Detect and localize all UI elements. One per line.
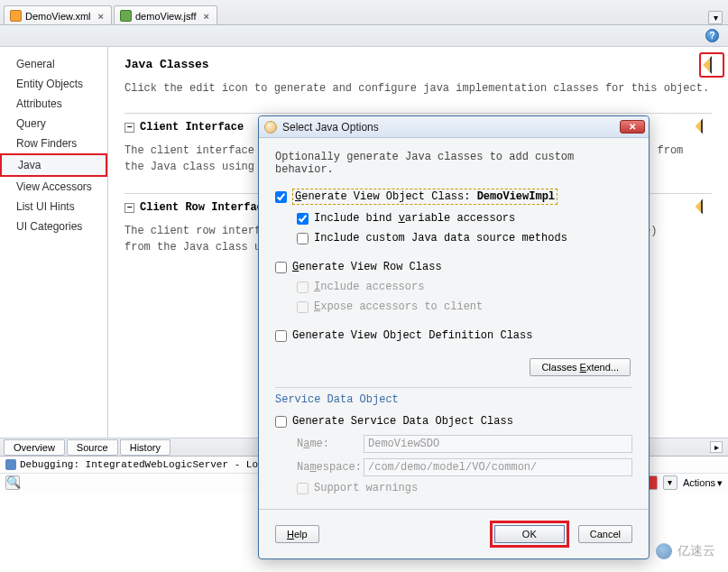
page-title: Java Classes: [124, 58, 712, 71]
sidebar-item-view-accessors[interactable]: View Accessors: [0, 177, 107, 197]
expose-accessors-row: Expose accessors to client: [275, 300, 632, 313]
generate-sdo-label: Generate Service Data Object Class: [292, 415, 513, 428]
generate-sdo-row: Generate Service Data Object Class: [275, 415, 632, 428]
sdo-name-label: Name:: [297, 438, 355, 450]
close-icon[interactable]: ×: [203, 11, 208, 22]
collapse-toggle[interactable]: −: [124, 203, 134, 213]
pencil-icon: [696, 199, 711, 215]
sidebar: General Entity Objects Attributes Query …: [0, 47, 108, 438]
generate-view-row-label: Generate View Row Class: [292, 261, 442, 273]
pencil-icon: [703, 56, 721, 74]
ok-button[interactable]: OK: [494, 525, 565, 543]
dialog-close-button[interactable]: ✕: [620, 120, 645, 134]
classes-extend-button[interactable]: Classes Extend...: [530, 358, 631, 376]
scroll-right-button[interactable]: ▸: [710, 441, 723, 453]
edit-java-classes-button[interactable]: [699, 52, 724, 78]
dialog-intro: Optionally generate Java classes to add …: [275, 151, 632, 176]
dropdown-icon[interactable]: ▾: [663, 475, 677, 490]
include-accessors-row: Include accessors: [275, 281, 632, 293]
sdo-name-row: Name:: [275, 435, 632, 453]
sidebar-item-general[interactable]: General: [0, 54, 107, 74]
page-description: Click the edit icon to generate and conf…: [124, 82, 712, 95]
generate-view-row-checkbox[interactable]: [275, 262, 287, 273]
watermark-icon: [656, 543, 672, 559]
dialog-buttons: Help OK Cancel: [259, 509, 649, 558]
help-button[interactable]: Help: [275, 525, 319, 543]
support-warnings-label: Support warnings: [314, 482, 418, 494]
generate-sdo-checkbox[interactable]: [275, 416, 287, 428]
sidebar-item-query[interactable]: Query: [0, 114, 107, 134]
tab-source[interactable]: Source: [67, 439, 118, 456]
help-icon[interactable]: ?: [705, 29, 719, 42]
collapse-toggle[interactable]: −: [124, 123, 134, 133]
pencil-icon: [696, 119, 711, 134]
generate-definition-checkbox[interactable]: [275, 330, 287, 342]
java-icon: [264, 121, 277, 134]
sidebar-item-java[interactable]: Java: [0, 153, 107, 177]
sdo-namespace-input: [364, 458, 632, 476]
support-warnings-checkbox: [297, 483, 309, 494]
include-bind-label: Include bind variable accessors: [314, 212, 515, 225]
actions-menu[interactable]: Actions▾: [683, 477, 723, 489]
edit-client-row-interface-button[interactable]: [694, 198, 712, 216]
tab-overflow-dropdown[interactable]: ▾: [708, 11, 723, 24]
xml-file-icon: [10, 10, 22, 22]
sidebar-item-attributes[interactable]: Attributes: [0, 94, 107, 114]
edit-client-interface-button[interactable]: [694, 117, 712, 135]
generate-definition-row: Generate View Object Definition Class: [275, 329, 632, 342]
debug-icon: [5, 459, 16, 470]
tab-label: DemoView.xml: [25, 11, 91, 22]
include-accessors-label: Include accessors: [314, 281, 424, 293]
cancel-button[interactable]: Cancel: [578, 525, 632, 543]
sidebar-item-entity-objects[interactable]: Entity Objects: [0, 74, 107, 94]
generate-view-object-checkbox[interactable]: [275, 191, 287, 203]
sdo-namespace-row: Namespace:: [275, 458, 632, 476]
select-java-options-dialog: Select Java Options ✕ Optionally generat…: [258, 115, 650, 559]
generate-view-object-row: Generate View Object Class: DemoViewImpl: [275, 189, 632, 205]
tab-demoview-jsff[interactable]: demoView.jsff ×: [114, 5, 217, 24]
expose-accessors-checkbox: [297, 301, 309, 313]
include-custom-row: Include custom Java data source methods: [275, 232, 632, 244]
section-title: Client Row Interface: [140, 201, 270, 214]
sdo-section-header: Service Data Object: [275, 387, 632, 406]
include-bind-checkbox[interactable]: [297, 213, 309, 225]
find-icon[interactable]: 🔍: [5, 475, 20, 490]
close-icon[interactable]: ×: [98, 11, 104, 22]
jsf-file-icon: [120, 10, 132, 22]
include-custom-checkbox[interactable]: [297, 233, 309, 244]
dialog-content: Optionally generate Java classes to add …: [259, 138, 649, 509]
tab-label: demoView.jsff: [135, 11, 196, 22]
tab-history[interactable]: History: [120, 439, 170, 456]
tab-overview[interactable]: Overview: [4, 439, 65, 456]
log-title: Debugging: IntegratedWebLogicServer - Lo…: [20, 459, 264, 470]
generate-view-row-row: Generate View Row Class: [275, 261, 632, 273]
support-warnings-row: Support warnings: [275, 482, 632, 494]
include-custom-label: Include custom Java data source methods: [314, 232, 567, 244]
include-accessors-checkbox: [297, 281, 309, 293]
help-bar: ?: [0, 25, 728, 47]
include-bind-row: Include bind variable accessors: [275, 212, 632, 225]
sidebar-item-list-ui-hints[interactable]: List UI Hints: [0, 197, 107, 217]
chevron-down-icon: ▾: [717, 477, 723, 489]
sidebar-item-ui-categories[interactable]: UI Categories: [0, 217, 107, 236]
section-title: Client Interface: [140, 121, 244, 134]
sdo-namespace-label: Namespace:: [297, 461, 355, 474]
ok-highlight: OK: [490, 521, 569, 548]
dialog-title: Select Java Options: [282, 121, 379, 134]
watermark: 亿速云: [656, 543, 715, 559]
tab-demoview-xml[interactable]: DemoView.xml ×: [4, 5, 112, 24]
generate-definition-label: Generate View Object Definition Class: [292, 329, 532, 342]
dialog-titlebar[interactable]: Select Java Options ✕: [259, 116, 649, 138]
classes-extend-row: Classes Extend...: [275, 349, 632, 387]
editor-tab-bar: DemoView.xml × demoView.jsff × ▾: [0, 0, 728, 25]
generate-view-object-label: Generate View Object Class: DemoViewImpl: [292, 189, 558, 205]
sdo-name-input: [364, 435, 632, 453]
sidebar-item-row-finders[interactable]: Row Finders: [0, 134, 107, 153]
expose-accessors-label: Expose accessors to client: [314, 300, 483, 313]
